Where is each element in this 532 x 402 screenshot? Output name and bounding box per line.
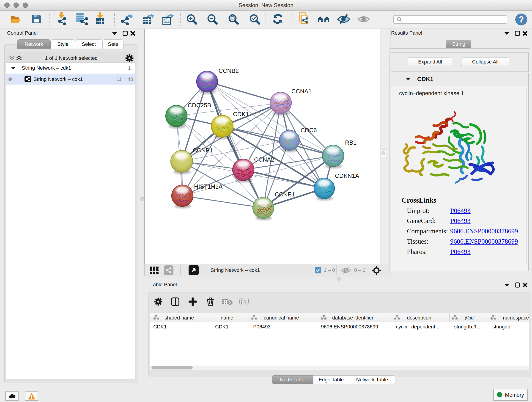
svg-text:CCNA1: CCNA1 [291,88,312,95]
svg-text:CCNB1: CCNB1 [193,147,213,154]
svg-text:CCNA2: CCNA2 [254,156,274,163]
svg-text:HIST1H1A: HIST1H1A [194,183,223,190]
svg-text:RB1: RB1 [345,139,357,146]
svg-text:CDKN1A: CDKN1A [335,172,359,179]
svg-text:CCNB2: CCNB2 [219,67,239,74]
svg-text:CDK1: CDK1 [233,111,249,118]
svg-text:CDC25B: CDC25B [188,102,211,109]
svg-text:CCNE1: CCNE1 [275,191,295,198]
svg-text:CDC6: CDC6 [301,127,317,134]
